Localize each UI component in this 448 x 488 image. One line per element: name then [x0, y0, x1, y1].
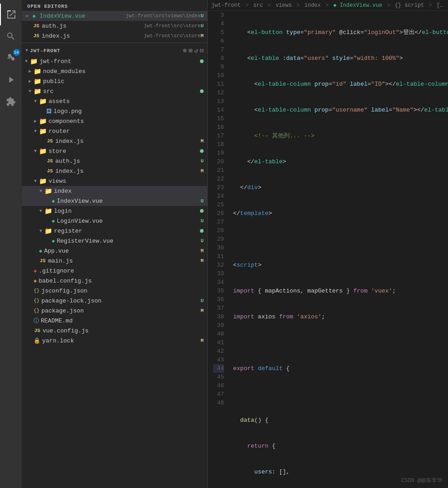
image-icon: 🖼 — [46, 108, 52, 115]
tree-item-components[interactable]: ▶ 📁 components — [22, 116, 207, 126]
tree-item-assets[interactable]: ▼ 📁 assets — [22, 96, 207, 106]
json-icon: {} — [34, 288, 39, 293]
tree-item-name: public — [43, 78, 207, 85]
folder-icon: 📁 — [39, 127, 47, 135]
tree-item-readme[interactable]: ⓘ README.md — [22, 316, 207, 326]
tree-item-indexview[interactable]: ◆ IndexView.vue U — [22, 196, 207, 206]
tree-item-store-auth[interactable]: JS auth.js U — [22, 156, 207, 166]
tree-item-name: store — [49, 148, 200, 155]
tree-item-loginview[interactable]: ◆ LoginView.vue U — [22, 216, 207, 226]
js-file-icon: JS — [33, 33, 40, 39]
tree-item-router-index[interactable]: JS index.js M — [22, 136, 207, 146]
folder-icon: 📁 — [44, 207, 52, 215]
tree-item-name: auth.js — [55, 158, 200, 165]
close-icon[interactable]: ✕ — [25, 13, 29, 20]
tree-item-name: router — [49, 128, 207, 135]
open-editors-section: OPEN EDITORS ✕ ◆ IndexView.vue jwt-front… — [22, 0, 207, 41]
tree-badge: U — [200, 198, 204, 204]
bc-part: ◆ IndexView.vue — [333, 2, 382, 9]
folder-icon: 📁 — [39, 177, 47, 185]
tree-item-jsconfig[interactable]: {} jsconfig.json — [22, 286, 207, 296]
tree-item-name: package.json — [41, 307, 200, 314]
js-icon: JS — [46, 168, 54, 174]
open-editor-indexjs[interactable]: JS index.js jwt-front\src\store M — [22, 31, 207, 41]
tree-item-name: LoginView.vue — [57, 218, 200, 224]
tree-item-name: babel.config.js — [39, 278, 207, 284]
bc-part: src — [253, 2, 263, 9]
tree-item-name: node_modules — [43, 68, 207, 75]
tree-item-src[interactable]: ▼ 📁 src — [22, 86, 207, 96]
activity-run[interactable] — [0, 69, 22, 91]
tree-badge: M — [200, 138, 204, 144]
tree-item-name: .gitignore — [39, 268, 207, 274]
tree-item-logo[interactable]: 🖼 logo.png — [22, 106, 207, 116]
activity-explorer[interactable] — [0, 4, 22, 25]
tree-item-name: components — [49, 118, 207, 125]
tree-item-pkg[interactable]: {} package.json M — [22, 306, 207, 316]
json-icon: {} — [34, 298, 39, 303]
bc-part: [e] default — [437, 2, 448, 9]
js-icon: JS — [46, 158, 54, 164]
babel-icon: ◈ — [34, 278, 37, 284]
code-editor[interactable]: 3 4 5 6 7 8 9 10 11 12 13 14 15 16 17 18… — [208, 11, 448, 488]
tree-item-appvue[interactable]: ◆ App.vue M — [22, 246, 207, 256]
open-editor-badge: U — [200, 23, 204, 29]
project-title: JWT-FRONT — [30, 48, 183, 54]
json-icon: {} — [34, 308, 39, 313]
tree-item-index-folder[interactable]: ▼ 📁 index — [22, 186, 207, 196]
vue-icon: ◆ — [52, 198, 55, 205]
tree-item-mainjs[interactable]: JS main.js M — [22, 256, 207, 266]
sidebar: OPEN EDITORS ✕ ◆ IndexView.vue jwt-front… — [22, 0, 208, 488]
bc-part: views — [276, 2, 292, 9]
tree-item-views[interactable]: ▼ 📁 views — [22, 176, 207, 186]
tree-item-name: IndexView.vue — [57, 198, 200, 205]
new-folder-icon[interactable]: ⊞ — [189, 47, 192, 54]
tree-item-store-index[interactable]: JS index.js M — [22, 166, 207, 176]
open-editor-badge: U — [200, 13, 204, 19]
tree-item-vueconfig[interactable]: JS vue.config.js — [22, 326, 207, 336]
project-actions: ⊕ ⊞ ↺ ⊟ — [183, 47, 204, 54]
tree-item-public[interactable]: ▶ 📁 public — [22, 76, 207, 86]
tree-item-gitignore[interactable]: ◈ .gitignore — [22, 266, 207, 276]
activity-extensions[interactable] — [0, 91, 22, 112]
tree-item-name: register — [54, 228, 200, 234]
activity-git[interactable]: 14 — [0, 47, 22, 69]
tree-item-register-folder[interactable]: ▼ 📁 register — [22, 226, 207, 236]
open-editor-authjs[interactable]: JS auth.js jwt-front\src\store U — [22, 21, 207, 31]
open-editor-path: jwt-front\src\store — [144, 23, 200, 29]
tree-item-name: yarn.lock — [42, 337, 200, 344]
tree-item-name: RegisterView.vue — [57, 238, 200, 244]
refresh-icon[interactable]: ↺ — [194, 47, 198, 54]
folder-icon: 📁 — [39, 98, 47, 105]
tree-item-name: main.js — [48, 258, 200, 264]
tree-item-login-folder[interactable]: ▼ 📁 login — [22, 206, 207, 216]
open-editor-badge: M — [200, 33, 204, 39]
activity-bar: 14 — [0, 0, 22, 488]
tree-item-babel[interactable]: ◈ babel.config.js — [22, 276, 207, 286]
open-editor-indexview[interactable]: ✕ ◆ IndexView.vue jwt-front\src\views\in… — [22, 11, 207, 21]
tree-item-yarn[interactable]: 🔒 yarn.lock M — [22, 336, 207, 346]
breadcrumb-bar: jwt-front > src > views > index > ◆ Inde… — [208, 0, 448, 11]
new-file-icon[interactable]: ⊕ — [183, 47, 186, 54]
tree-item-pkglock[interactable]: {} package-lock.json U — [22, 296, 207, 306]
vue-icon: ◆ — [39, 248, 42, 254]
activity-search[interactable] — [0, 25, 22, 47]
open-editor-name: IndexView.vue — [39, 13, 124, 20]
tree-item-node-modules[interactable]: ▶ 📁 node_modules — [22, 66, 207, 76]
code-content[interactable]: <el-button type="primary" @click="loginO… — [229, 11, 448, 488]
tree-item-store[interactable]: ▼ 📁 store — [22, 146, 207, 156]
tree-item-name: views — [49, 178, 207, 185]
bc-part: index — [304, 2, 321, 9]
tree-item-router[interactable]: ▼ 📁 router — [22, 126, 207, 136]
js-icon: JS — [34, 328, 41, 333]
tree-badge: M — [200, 338, 204, 343]
tree-badge: U — [200, 298, 204, 303]
editor-area: jwt-front > src > views > index > ◆ Inde… — [208, 0, 448, 488]
open-editor-name: auth.js — [42, 23, 142, 29]
tree-item-name: index — [54, 188, 207, 195]
collapse-icon[interactable]: ⊟ — [200, 47, 204, 54]
tree-item-registerview[interactable]: ◆ RegisterView.vue U — [22, 236, 207, 246]
project-header[interactable]: ▼ JWT-FRONT ⊕ ⊞ ↺ ⊟ — [22, 45, 207, 56]
tree-badge: M — [200, 258, 204, 264]
tree-item-jwt-front[interactable]: ▼ 📁 jwt-front — [22, 56, 207, 66]
